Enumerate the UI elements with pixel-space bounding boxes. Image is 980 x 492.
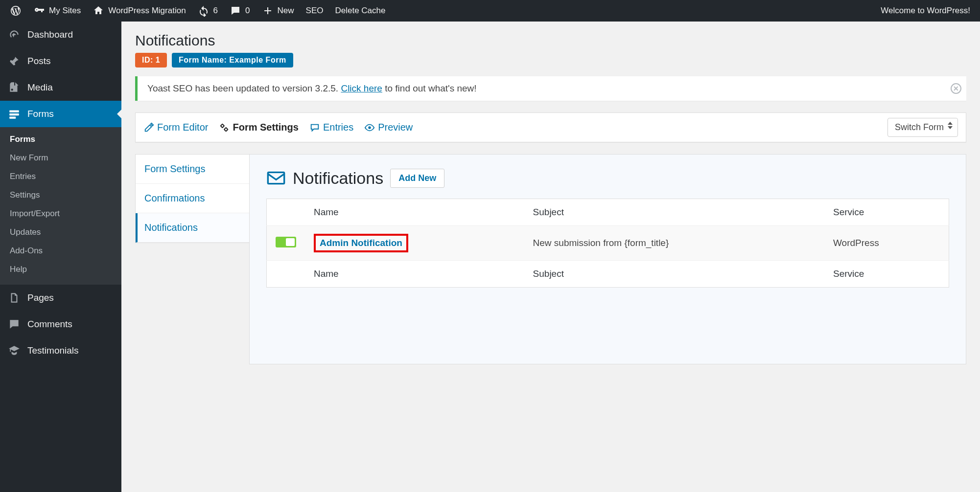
edit-icon	[143, 122, 154, 133]
tab-form-settings[interactable]: Form Settings	[136, 155, 249, 184]
col-toggle-header	[267, 199, 305, 226]
svg-rect-1	[9, 113, 19, 115]
comment-icon	[230, 5, 241, 17]
update-icon	[198, 5, 210, 17]
svg-rect-2	[9, 116, 16, 118]
forms-icon	[8, 108, 21, 120]
col-subject-header: Subject	[524, 199, 824, 226]
plus-icon	[262, 5, 274, 17]
col-service-footer: Service	[824, 261, 949, 288]
notice-click-here-link[interactable]: Click here	[341, 83, 382, 93]
menu-dashboard[interactable]: Dashboard	[0, 22, 121, 48]
settings-tabs: Form Settings Confirmations Notification…	[135, 154, 249, 243]
gears-icon	[219, 122, 230, 133]
ab-site-name[interactable]: WordPress Migration	[87, 0, 191, 22]
nav-form-editor[interactable]: Form Editor	[143, 122, 208, 133]
nav-form-settings-label: Form Settings	[233, 122, 298, 133]
menu-dashboard-label: Dashboard	[27, 29, 73, 40]
table-row: Admin Notification New submission from {…	[267, 226, 949, 261]
submenu-settings[interactable]: Settings	[0, 186, 121, 204]
wp-logo[interactable]	[4, 0, 27, 22]
submenu-import-export[interactable]: Import/Export	[0, 204, 121, 223]
menu-testimonials-label: Testimonials	[27, 345, 79, 356]
tab-notifications[interactable]: Notifications	[136, 213, 249, 243]
svg-point-5	[368, 126, 371, 129]
speech-icon	[309, 122, 320, 133]
nav-form-settings[interactable]: Form Settings	[219, 122, 298, 133]
testimonials-icon	[8, 344, 21, 357]
comments-icon	[8, 318, 21, 331]
col-toggle-footer	[267, 261, 305, 288]
envelope-icon	[266, 168, 286, 188]
page-title: Notifications	[135, 32, 966, 49]
menu-comments-label: Comments	[27, 319, 72, 330]
admin-menu: Dashboard Posts Media Forms Forms New Fo…	[0, 22, 121, 364]
nav-entries-label: Entries	[323, 122, 353, 133]
menu-pages[interactable]: Pages	[0, 285, 121, 311]
menu-testimonials[interactable]: Testimonials	[0, 337, 121, 364]
wordpress-logo-icon	[10, 5, 22, 17]
pin-icon	[8, 55, 21, 67]
add-new-button[interactable]: Add New	[390, 169, 444, 188]
menu-pages-label: Pages	[27, 292, 54, 303]
form-id-badge: ID: 1	[135, 53, 167, 67]
col-name-footer: Name	[305, 261, 524, 288]
dashboard-icon	[8, 28, 21, 41]
form-nav-toolbar: Form Editor Form Settings Entries Previe…	[135, 112, 966, 142]
form-name-badge: Form Name: Example Form	[172, 53, 293, 67]
notification-toggle[interactable]	[276, 237, 296, 247]
settings-content: Notifications Add New Name Subject Servi…	[249, 154, 966, 364]
menu-forms-submenu: Forms New Form Entries Settings Import/E…	[0, 127, 121, 285]
notification-service: WordPress	[824, 226, 949, 261]
ab-comments[interactable]: 0	[224, 0, 256, 22]
form-badges: ID: 1 Form Name: Example Form	[135, 53, 966, 67]
ab-delete-cache[interactable]: Delete Cache	[329, 0, 391, 22]
menu-comments[interactable]: Comments	[0, 311, 121, 337]
section-title: Notifications Add New	[266, 168, 949, 188]
notice-text-pre: Yoast SEO has been updated to version 3.…	[147, 83, 341, 93]
submenu-entries[interactable]: Entries	[0, 167, 121, 186]
submenu-new-form[interactable]: New Form	[0, 149, 121, 167]
ab-updates[interactable]: 6	[192, 0, 224, 22]
ab-my-sites-label: My Sites	[49, 6, 81, 16]
col-subject-footer: Subject	[524, 261, 824, 288]
menu-posts[interactable]: Posts	[0, 48, 121, 74]
col-service-header: Service	[824, 199, 949, 226]
col-name-header: Name	[305, 199, 524, 226]
notifications-table: Name Subject Service Admin Notification …	[266, 199, 949, 288]
nav-preview-label: Preview	[378, 122, 413, 133]
nav-entries[interactable]: Entries	[309, 122, 353, 133]
menu-forms-label: Forms	[27, 109, 54, 119]
notice-text-post: to find out what's new!	[382, 83, 477, 93]
svg-point-3	[221, 124, 224, 127]
submenu-addons[interactable]: Add-Ons	[0, 242, 121, 260]
switch-form-select[interactable]: Switch Form	[887, 118, 958, 137]
ab-welcome[interactable]: Welcome to WordPress!	[875, 0, 976, 22]
nav-preview[interactable]: Preview	[364, 122, 413, 133]
ab-new-label: New	[278, 6, 294, 16]
ab-my-sites[interactable]: My Sites	[27, 0, 87, 22]
admin-bar: My Sites WordPress Migration 6 0 New SEO…	[0, 0, 980, 22]
media-icon	[8, 81, 21, 94]
submenu-help[interactable]: Help	[0, 260, 121, 279]
menu-media-label: Media	[27, 82, 53, 93]
settings-area: Form Settings Confirmations Notification…	[135, 154, 966, 364]
yoast-update-notice: Yoast SEO has been updated to version 3.…	[135, 76, 966, 101]
tab-confirmations[interactable]: Confirmations	[136, 184, 249, 213]
submenu-forms[interactable]: Forms	[0, 130, 121, 149]
svg-rect-6	[268, 172, 284, 183]
menu-forms[interactable]: Forms	[0, 101, 121, 127]
ab-site-name-label: WordPress Migration	[108, 6, 186, 16]
ab-comments-count: 0	[245, 6, 250, 16]
home-icon	[93, 5, 104, 17]
ab-seo[interactable]: SEO	[300, 0, 329, 22]
notice-dismiss-button[interactable]: ✕	[951, 83, 961, 94]
notification-name-link[interactable]: Admin Notification	[320, 238, 402, 248]
svg-rect-0	[9, 110, 19, 112]
ab-new[interactable]: New	[256, 0, 300, 22]
menu-media[interactable]: Media	[0, 74, 121, 101]
submenu-updates[interactable]: Updates	[0, 223, 121, 242]
ab-updates-count: 6	[213, 6, 218, 16]
menu-posts-label: Posts	[27, 56, 51, 67]
section-title-text: Notifications	[293, 169, 383, 188]
